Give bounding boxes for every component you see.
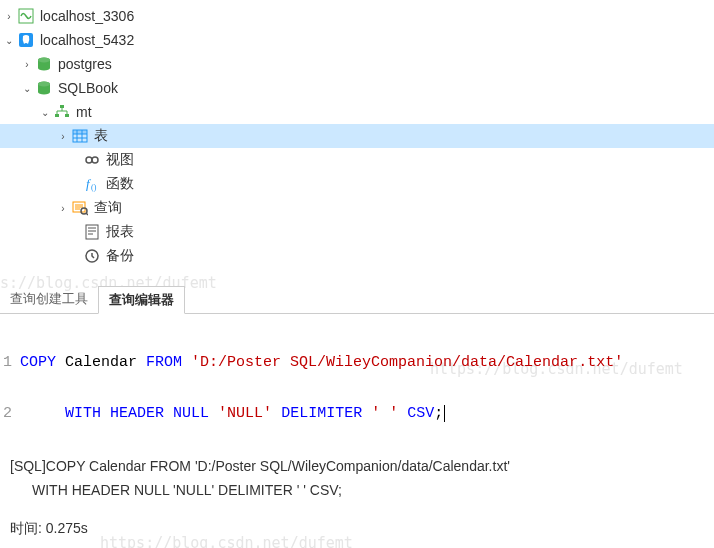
tree-item-tables[interactable]: › 表 bbox=[0, 124, 714, 148]
tree-item-localhost-5432[interactable]: ⌄ localhost_5432 bbox=[0, 28, 714, 52]
tree-item-queries[interactable]: › 查询 bbox=[0, 196, 714, 220]
tree-label: 视图 bbox=[106, 151, 134, 169]
report-icon bbox=[84, 224, 100, 240]
tree-item-reports[interactable]: › 报表 bbox=[0, 220, 714, 244]
output-time: 时间: 0.275s bbox=[10, 517, 704, 541]
svg-rect-7 bbox=[55, 114, 59, 117]
database-icon bbox=[36, 80, 52, 96]
tree-label: postgres bbox=[58, 56, 112, 72]
code-line-1: 1 COPY Calendar FROM 'D:/Poster SQL/Wile… bbox=[0, 354, 714, 371]
tree-item-functions[interactable]: › f() 函数 bbox=[0, 172, 714, 196]
table-icon bbox=[72, 128, 88, 144]
query-output: [SQL]COPY Calendar FROM 'D:/Poster SQL/W… bbox=[0, 445, 714, 548]
svg-point-15 bbox=[86, 157, 92, 163]
svg-line-24 bbox=[86, 213, 88, 215]
tree-item-postgres-db[interactable]: › postgres bbox=[0, 52, 714, 76]
svg-rect-25 bbox=[86, 225, 98, 239]
database-icon bbox=[36, 56, 52, 72]
line-number: 2 bbox=[0, 405, 20, 422]
expand-arrow-icon[interactable]: › bbox=[56, 131, 70, 142]
tab-query-builder[interactable]: 查询创建工具 bbox=[0, 286, 98, 313]
expand-arrow-icon[interactable]: › bbox=[2, 11, 16, 22]
output-sql-line-1: [SQL]COPY Calendar FROM 'D:/Poster SQL/W… bbox=[10, 455, 704, 479]
tree-label: mt bbox=[76, 104, 92, 120]
view-icon bbox=[84, 152, 100, 168]
postgres-connection-icon bbox=[18, 32, 34, 48]
expand-arrow-icon[interactable]: › bbox=[56, 203, 70, 214]
expand-arrow-icon[interactable]: › bbox=[20, 59, 34, 70]
tree-item-backups[interactable]: › 备份 bbox=[0, 244, 714, 268]
tree-item-schema-mt[interactable]: ⌄ mt bbox=[0, 100, 714, 124]
svg-text:(): () bbox=[91, 183, 97, 192]
collapse-arrow-icon[interactable]: ⌄ bbox=[38, 107, 52, 118]
tree-label: 报表 bbox=[106, 223, 134, 241]
sql-editor[interactable]: 1 COPY Calendar FROM 'D:/Poster SQL/Wile… bbox=[0, 314, 714, 445]
query-tabs: 查询创建工具 查询编辑器 bbox=[0, 286, 714, 314]
backup-icon bbox=[84, 248, 100, 264]
tree-label: SQLBook bbox=[58, 80, 118, 96]
editor-cursor bbox=[444, 405, 445, 422]
query-icon bbox=[72, 200, 88, 216]
line-number: 1 bbox=[0, 354, 20, 371]
svg-point-5 bbox=[38, 82, 50, 87]
tree-item-views[interactable]: › 视图 bbox=[0, 148, 714, 172]
collapse-arrow-icon[interactable]: ⌄ bbox=[20, 83, 34, 94]
svg-point-16 bbox=[92, 157, 98, 163]
tree-item-sqlbook-db[interactable]: ⌄ SQLBook bbox=[0, 76, 714, 100]
tree-label: 函数 bbox=[106, 175, 134, 193]
svg-rect-6 bbox=[60, 105, 64, 108]
tree-label: localhost_3306 bbox=[40, 8, 134, 24]
collapse-arrow-icon[interactable]: ⌄ bbox=[2, 35, 16, 46]
mysql-connection-icon bbox=[18, 8, 34, 24]
code-line-2: 2 WITH HEADER NULL 'NULL' DELIMITER ' ' … bbox=[0, 405, 714, 422]
function-icon: f() bbox=[84, 176, 100, 192]
tree-label: 表 bbox=[94, 127, 108, 145]
output-sql-line-2: WITH HEADER NULL 'NULL' DELIMITER ' ' CS… bbox=[10, 479, 704, 503]
tree-item-localhost-3306[interactable]: › localhost_3306 bbox=[0, 4, 714, 28]
svg-rect-14 bbox=[73, 130, 87, 134]
connection-tree: › localhost_3306 ⌄ localhost_5432 › post… bbox=[0, 0, 714, 272]
svg-rect-8 bbox=[65, 114, 69, 117]
tree-label: localhost_5432 bbox=[40, 32, 134, 48]
svg-point-3 bbox=[38, 58, 50, 63]
schema-icon bbox=[54, 104, 70, 120]
tab-query-editor[interactable]: 查询编辑器 bbox=[98, 286, 185, 314]
tree-label: 查询 bbox=[94, 199, 122, 217]
tree-label: 备份 bbox=[106, 247, 134, 265]
